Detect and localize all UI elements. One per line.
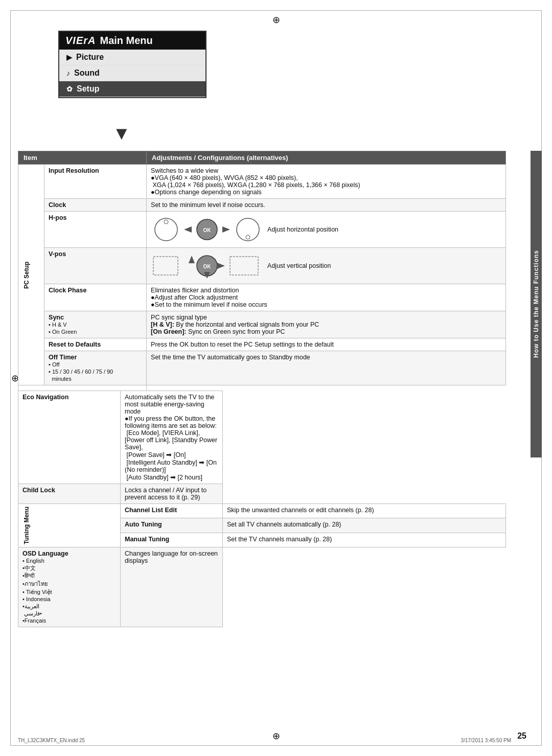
vpos-adjust-label: Adjust vertical position (267, 262, 331, 269)
svg-text:OK: OK (203, 264, 212, 269)
eco-nav-item2: Eco Navigation (18, 391, 121, 484)
bottom-left-info: TH_L32C3KMTX_EN.indd 25 (18, 738, 85, 743)
eco-nav-desc: Automatically sets the TV to the most su… (121, 391, 223, 484)
menu-item-picture[interactable]: ▶ Picture (59, 50, 205, 65)
table-row-eco (18, 385, 506, 391)
pc-setup-label: PC Setup (18, 165, 44, 385)
table-row: Reset to Defaults Press the OK button to… (18, 338, 506, 351)
table-row: Clock Set to the minimum level if noise … (18, 199, 506, 212)
table-row: PC Setup Input Resolution Switches to a … (18, 165, 506, 199)
vpos-item: V-pos (44, 248, 147, 284)
vpos-desc: OK Adjust vertical position (147, 248, 506, 284)
menu-item-sound[interactable]: ♪ Sound (59, 65, 205, 81)
manual-tuning-desc: Set the TV channels manually (p. 28) (223, 533, 506, 547)
main-table: Item Adjustments / Configurations (alter… (18, 151, 506, 391)
col1-header: Item (18, 151, 147, 165)
table-row-childlock: Child Lock Locks a channel / AV input to… (18, 484, 506, 504)
hpos-item: H-pos (44, 212, 147, 248)
setup-label: Setup (77, 84, 99, 94)
menu-item-setup[interactable]: ✿ Setup (59, 81, 205, 97)
input-resolution-item: Input Resolution (44, 165, 147, 199)
svg-text:OK: OK (203, 227, 212, 233)
hpos-adjust-label: Adjust horizontal position (267, 226, 338, 233)
svg-rect-13 (230, 257, 258, 275)
main-menu-label: Main Menu (100, 35, 152, 47)
child-lock-desc: Locks a channel / AV input to prevent ac… (121, 484, 223, 504)
table-row-offtimer: Off Timer • Off• 15 / 30 / 45 / 60 / 75 … (18, 351, 506, 385)
svg-point-6 (237, 218, 259, 241)
svg-point-1 (164, 220, 168, 224)
compass-top-icon: ⊕ (272, 14, 280, 26)
osd-lang-item: OSD Language • English •中文 •हिन्दी •ภาษา… (18, 547, 121, 627)
reset-defaults-item: Reset to Defaults (44, 338, 147, 351)
vpos-diagram: OK (151, 250, 263, 281)
compass-bottom-icon: ⊕ (272, 730, 280, 742)
table-row: Sync • H & V• On Green PC sync signal ty… (18, 311, 506, 338)
sound-icon: ♪ (66, 69, 70, 77)
col2-header: Adjustments / Configurations (alternativ… (147, 151, 506, 165)
channel-list-desc: Skip the unwanted channels or edit chann… (223, 504, 506, 518)
table-row: V-pos OK (18, 248, 506, 284)
table-row-channel-list: Tuning Menu Channel List Edit Skip the u… (18, 504, 506, 518)
main-table-2: Eco Navigation Automatically sets the TV… (18, 391, 506, 627)
table-row: Clock Phase Eliminates flicker and disto… (18, 284, 506, 311)
bottom-right-info: 3/17/2011 3:45:50 PM (461, 738, 511, 743)
picture-label: Picture (76, 53, 104, 62)
viera-logo: VIErA (65, 35, 96, 47)
clock-item: Clock (44, 199, 147, 212)
sound-label: Sound (74, 68, 100, 78)
hpos-desc: OK Adjust horizontal position (147, 212, 506, 248)
table-row: H-pos OK (18, 212, 506, 248)
sync-item: Sync • H & V• On Green (44, 311, 147, 338)
table-row-osd: OSD Language • English •中文 •हिन्दी •ภาษา… (18, 547, 506, 627)
hpos-diagram: OK (151, 214, 263, 245)
off-timer-desc: Set the time the TV automatically goes t… (147, 351, 506, 385)
svg-point-0 (155, 218, 177, 241)
clock-desc: Set to the minimum level if noise occurs… (147, 199, 506, 212)
manual-tuning-item: Manual Tuning (121, 533, 223, 547)
osd-lang-desc: Changes language for on-screen displays (121, 547, 223, 627)
clock-phase-desc: Eliminates flicker and distortion ●Adjus… (147, 284, 506, 311)
tuning-menu-label: Tuning Menu (18, 504, 121, 547)
child-lock-item: Child Lock (18, 484, 121, 504)
arrow-down-icon: ▼ (112, 123, 131, 144)
table-row-eco2: Eco Navigation Automatically sets the TV… (18, 391, 506, 484)
page-number: 25 (517, 731, 526, 741)
svg-marker-12 (217, 263, 225, 269)
auto-tuning-item: Auto Tuning (121, 518, 223, 533)
input-resolution-desc: Switches to a wide view ●VGA (640 × 480 … (147, 165, 506, 199)
off-timer-item: Off Timer • Off• 15 / 30 / 45 / 60 / 75 … (44, 351, 147, 385)
reset-defaults-desc: Press the OK button to reset the PC Setu… (147, 338, 506, 351)
content-area: Item Adjustments / Configurations (alter… (18, 151, 506, 728)
main-menu-box: VIErA Main Menu ▶ Picture ♪ Sound ✿ Setu… (58, 31, 206, 98)
svg-rect-8 (153, 257, 178, 275)
eco-nav-item (18, 385, 147, 391)
svg-point-7 (246, 235, 250, 239)
channel-list-item: Channel List Edit (121, 504, 223, 518)
menu-title: VIErA Main Menu (59, 32, 205, 50)
svg-marker-5 (222, 226, 230, 233)
svg-marker-9 (189, 256, 195, 263)
clock-phase-item: Clock Phase (44, 284, 147, 311)
auto-tuning-desc: Set all TV channels automatically (p. 28… (223, 518, 506, 533)
picture-icon: ▶ (66, 53, 72, 61)
sync-desc: PC sync signal type [H & V]: By the hori… (147, 311, 506, 338)
right-side-label: How to Use the Menu Functions (531, 151, 542, 457)
setup-icon: ✿ (66, 85, 73, 93)
svg-marker-2 (184, 226, 192, 233)
